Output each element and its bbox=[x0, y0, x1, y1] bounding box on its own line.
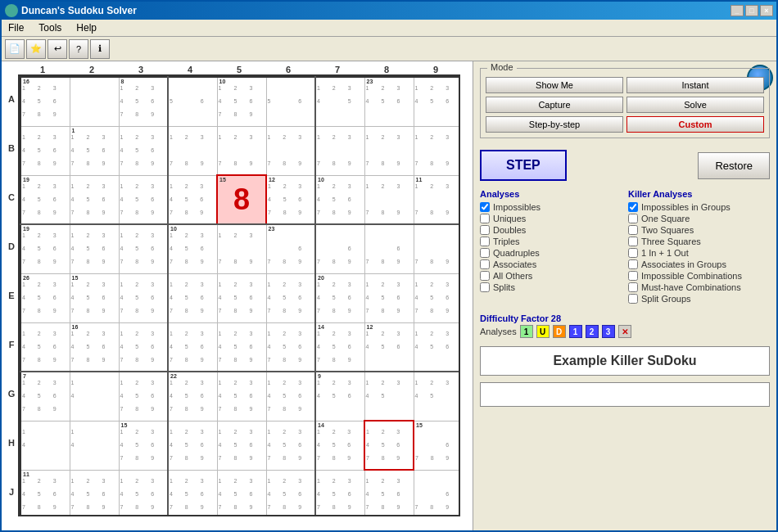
check-doubles[interactable]: Doubles bbox=[480, 225, 622, 235]
cell-f7[interactable]: 14123456789 bbox=[315, 322, 364, 372]
cell-h7[interactable]: 14123456789 bbox=[315, 421, 364, 470]
cell-j8[interactable]: 123456789 bbox=[364, 470, 414, 516]
check-impossibles[interactable]: Impossibles bbox=[480, 202, 622, 212]
check-1in1out[interactable]: 1 In + 1 Out bbox=[628, 248, 770, 258]
cell-f4[interactable]: 123456789 bbox=[168, 322, 217, 372]
cell-b8[interactable]: 123 789 bbox=[364, 126, 414, 175]
cell-c2[interactable]: 123456789 bbox=[70, 175, 119, 224]
cell-j7[interactable]: 123456789 bbox=[315, 470, 364, 516]
cell-g5[interactable]: 123456789 bbox=[217, 372, 266, 421]
cell-e6[interactable]: 123456789 bbox=[266, 273, 315, 322]
check-must-have-combos[interactable]: Must-have Combinations bbox=[628, 282, 770, 292]
cell-c9[interactable]: 11123 789 bbox=[414, 175, 460, 224]
cell-e2[interactable]: 15123456789 bbox=[70, 273, 119, 322]
cell-j3[interactable]: 123456789 bbox=[119, 470, 168, 516]
cell-g4[interactable]: 22123456789 bbox=[168, 372, 217, 421]
check-impossible-combos[interactable]: Impossible Combinations bbox=[628, 271, 770, 281]
cell-b2[interactable]: 1123456789 bbox=[70, 126, 119, 175]
cell-f8[interactable]: 12123456 bbox=[364, 322, 414, 372]
check-must-have-combos-input[interactable] bbox=[628, 282, 638, 292]
cell-b5[interactable]: 123 789 bbox=[217, 126, 266, 175]
check-three-squares-input[interactable] bbox=[628, 237, 638, 246]
check-associates-groups[interactable]: Associates in Groups bbox=[628, 259, 770, 269]
close-button[interactable]: × bbox=[760, 5, 773, 16]
cell-f6[interactable]: 123456789 bbox=[266, 322, 315, 372]
cell-c6[interactable]: 12123456789 bbox=[266, 175, 315, 224]
cell-d1[interactable]: 19123456789 bbox=[20, 224, 70, 273]
check-all-others[interactable]: All Others bbox=[480, 271, 622, 281]
toolbar-undo[interactable]: ↩ bbox=[47, 39, 67, 59]
cell-c5-big[interactable]: 158 bbox=[217, 175, 266, 224]
solve-button[interactable]: Solve bbox=[626, 97, 764, 113]
cell-f1[interactable]: 123456789 bbox=[20, 322, 70, 372]
cell-j1[interactable]: 11123456789 bbox=[20, 470, 70, 516]
toolbar-info[interactable]: ℹ bbox=[90, 39, 110, 59]
cell-f3[interactable]: 123456789 bbox=[119, 322, 168, 372]
cell-e5[interactable]: 123456789 bbox=[217, 273, 266, 322]
step-by-step-button[interactable]: Step-by-step bbox=[486, 116, 623, 133]
cell-e9[interactable]: 123456789 bbox=[414, 273, 460, 322]
cell-a3[interactable]: 8123456789 bbox=[119, 77, 168, 126]
check-impossible-combos-input[interactable] bbox=[628, 271, 638, 281]
menu-file[interactable]: File bbox=[5, 21, 27, 34]
instant-button[interactable]: Instant bbox=[626, 77, 764, 93]
step-button[interactable]: STEP bbox=[480, 150, 567, 181]
check-triples-input[interactable] bbox=[480, 237, 490, 246]
cell-a8[interactable]: 23123456 bbox=[364, 77, 414, 126]
cell-f2[interactable]: 16123456789 bbox=[70, 322, 119, 372]
cell-d9[interactable]: 789 bbox=[414, 224, 460, 273]
check-uniques-input[interactable] bbox=[480, 214, 490, 223]
cell-d2[interactable]: 123456789 bbox=[70, 224, 119, 273]
cell-g8[interactable]: 12345 bbox=[364, 372, 414, 421]
check-associates-input[interactable] bbox=[480, 259, 490, 269]
cell-e1[interactable]: 26123456789 bbox=[20, 273, 70, 322]
cell-a7[interactable]: 1234 5 bbox=[315, 77, 364, 126]
show-me-button[interactable]: Show Me bbox=[486, 77, 623, 93]
cell-d6[interactable]: 23 6789 bbox=[266, 224, 315, 273]
cell-h6[interactable]: 123456789 bbox=[266, 421, 315, 470]
check-quadruples[interactable]: Quadruples bbox=[480, 248, 622, 258]
cell-a4[interactable]: 5 6 bbox=[168, 77, 217, 126]
cell-g6[interactable]: 123456789 bbox=[266, 372, 315, 421]
menu-help[interactable]: Help bbox=[73, 21, 100, 34]
cell-h8[interactable]: 123456789 bbox=[364, 421, 414, 470]
cell-j6[interactable]: 123456789 bbox=[266, 470, 315, 516]
check-associates-groups-input[interactable] bbox=[628, 259, 638, 269]
check-all-others-input[interactable] bbox=[480, 271, 490, 281]
cell-a1[interactable]: 16123456789 bbox=[20, 77, 70, 126]
cell-b6[interactable]: 123 789 bbox=[266, 126, 315, 175]
toolbar-help[interactable]: ? bbox=[69, 39, 88, 59]
check-splits[interactable]: Splits bbox=[480, 282, 622, 292]
cell-f9[interactable]: 123456 bbox=[414, 322, 460, 372]
cell-c1[interactable]: 19123456789 bbox=[20, 175, 70, 224]
check-uniques[interactable]: Uniques bbox=[480, 214, 622, 223]
cell-b9[interactable]: 123 789 bbox=[414, 126, 460, 175]
cell-b3[interactable]: 123456789 bbox=[119, 126, 168, 175]
check-two-squares[interactable]: Two Squares bbox=[628, 225, 770, 235]
cell-g9[interactable]: 12345 bbox=[414, 372, 460, 421]
toolbar-star[interactable]: ⭐ bbox=[26, 39, 46, 59]
check-one-square-input[interactable] bbox=[628, 214, 638, 223]
check-impossibles-input[interactable] bbox=[480, 202, 490, 212]
check-impossibles-groups[interactable]: Impossibles in Groups bbox=[628, 202, 770, 212]
cell-j2[interactable]: 123456789 bbox=[70, 470, 119, 516]
cell-a2[interactable] bbox=[70, 77, 119, 126]
cell-d7[interactable]: 6789 bbox=[315, 224, 364, 273]
cell-h1[interactable]: 1 4 bbox=[20, 421, 70, 470]
cell-d3[interactable]: 123456789 bbox=[119, 224, 168, 273]
cell-c3[interactable]: 123456789 bbox=[119, 175, 168, 224]
cell-e3[interactable]: 123456789 bbox=[119, 273, 168, 322]
cell-e8[interactable]: 123456789 bbox=[364, 273, 414, 322]
cell-h5[interactable]: 123456789 bbox=[217, 421, 266, 470]
cell-g3[interactable]: 123456789 bbox=[119, 372, 168, 421]
cell-h2[interactable]: 1 4 bbox=[70, 421, 119, 470]
cell-j5[interactable]: 123456789 bbox=[217, 470, 266, 516]
cell-f5[interactable]: 123456789 bbox=[217, 322, 266, 372]
cell-a6[interactable]: 5 6 bbox=[266, 77, 315, 126]
cell-b4[interactable]: 123 789 bbox=[168, 126, 217, 175]
check-doubles-input[interactable] bbox=[480, 225, 490, 235]
cell-j4[interactable]: 123456789 bbox=[168, 470, 217, 516]
cell-b7[interactable]: 123 789 bbox=[315, 126, 364, 175]
cell-h4[interactable]: 123456789 bbox=[168, 421, 217, 470]
check-quadruples-input[interactable] bbox=[480, 248, 490, 258]
